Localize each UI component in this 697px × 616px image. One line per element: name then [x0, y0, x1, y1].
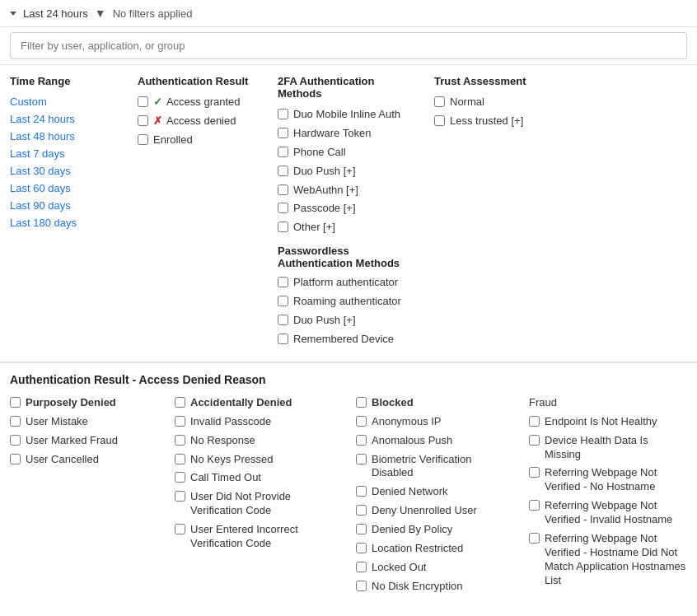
time-filter[interactable]: Last 24 hours [10, 7, 88, 20]
denied-columns: Purposely Denied User Mistake User Marke… [10, 396, 687, 599]
blocked-checkbox-5[interactable] [356, 524, 367, 534]
time-7d[interactable]: Last 7 days [10, 147, 118, 160]
twofa-checkbox-6[interactable] [278, 222, 288, 232]
accidentally-item-3: Call Timed Out [175, 471, 339, 485]
accidentally-header: Accidentally Denied [175, 396, 339, 408]
twofa-item-5: Passcode [+] [278, 202, 414, 216]
accidentally-checkbox-0[interactable] [175, 416, 185, 427]
blocked-checkbox-8[interactable] [356, 581, 367, 591]
blocked-checkbox-4[interactable] [356, 505, 367, 516]
purposely-item-2: User Cancelled [10, 453, 158, 467]
trust-checkbox-0[interactable] [434, 96, 445, 107]
purposely-col: Purposely Denied User Mistake User Marke… [10, 396, 175, 472]
last-col: Fraud Endpoint Is Not Healthy Device Hea… [529, 396, 687, 593]
accidentally-item-2: No Keys Pressed [175, 453, 339, 467]
twofa-item-4: WebAuthn [+] [278, 184, 414, 198]
twofa-item-2: Phone Call [278, 146, 414, 160]
time-30d[interactable]: Last 30 days [10, 165, 118, 177]
blocked-checkbox-1[interactable] [356, 435, 367, 446]
trust-section: Trust Assessment Normal Less trusted [+] [434, 75, 566, 352]
passwordless-title: Passwordless Authentication Methods [278, 245, 414, 269]
accidentally-item-0: Invalid Passcode [175, 415, 339, 429]
last-checkbox-4[interactable] [529, 533, 540, 544]
twofa-checkbox-0[interactable] [278, 109, 288, 119]
twofa-item-6: Other [+] [278, 221, 414, 235]
twofa-title: 2FA Authentication Methods [278, 75, 414, 100]
accidentally-col: Accidentally Denied Invalid Passcode No … [175, 396, 356, 556]
blocked-label: Blocked [372, 396, 414, 408]
purposely-header-checkbox[interactable] [10, 397, 21, 408]
pwdless-checkbox-3[interactable] [278, 334, 288, 344]
time-range-title: Time Range [10, 75, 118, 87]
last-item-3: Referring Webpage Not Verified - Invalid… [529, 499, 687, 527]
auth-denied-checkbox[interactable] [138, 115, 148, 126]
twofa-checkbox-1[interactable] [278, 128, 288, 138]
twofa-checkbox-2[interactable] [278, 147, 288, 157]
twofa-item-1: Hardware Token [278, 127, 414, 141]
accidentally-checkbox-1[interactable] [175, 435, 185, 446]
accidentally-item-5: User Entered Incorrect Verification Code [175, 523, 339, 551]
accidentally-item-4: User Did Not Provide Verification Code [175, 490, 339, 518]
blocked-checkbox-2[interactable] [356, 454, 367, 464]
accidentally-header-checkbox[interactable] [175, 397, 185, 408]
last-checkbox-3[interactable] [529, 500, 540, 511]
last-item-1: Device Health Data Is Missing [529, 434, 687, 462]
blocked-item-5: Denied By Policy [356, 523, 512, 537]
accidentally-checkbox-3[interactable] [175, 472, 185, 483]
blocked-item-1: Anomalous Push [356, 434, 512, 448]
auth-result-section: Authentication Result ✓ Access granted ✗… [138, 75, 278, 352]
trust-item-1: Less trusted [+] [434, 114, 546, 128]
denied-section: Authentication Result - Access Denied Re… [0, 362, 697, 609]
twofa-checkbox-4[interactable] [278, 184, 288, 195]
blocked-item-0: Anonymous IP [356, 415, 512, 429]
auth-granted-item: ✓ Access granted [138, 96, 258, 110]
trust-checkbox-1[interactable] [434, 115, 445, 126]
x-icon: ✗ [153, 114, 162, 127]
blocked-header-checkbox[interactable] [356, 397, 367, 408]
time-custom[interactable]: Custom [10, 96, 118, 108]
last-item-4: Referring Webpage Not Verified - Hostnam… [529, 532, 687, 588]
check-icon: ✓ [153, 96, 162, 108]
time-90d[interactable]: Last 90 days [10, 199, 118, 212]
pwdless-item-3: Remembered Device [278, 333, 414, 347]
blocked-checkbox-3[interactable] [356, 486, 367, 497]
blocked-item-6: Location Restricted [356, 542, 512, 556]
time-180d[interactable]: Last 180 days [10, 217, 118, 229]
blocked-col: Blocked Anonymous IP Anomalous Push Biom… [356, 396, 529, 599]
filters-container: Time Range Custom Last 24 hours Last 48 … [0, 65, 697, 362]
accidentally-item-1: No Response [175, 434, 339, 448]
last-checkbox-2[interactable] [529, 467, 540, 478]
purposely-header: Purposely Denied [10, 396, 158, 408]
last-checkbox-0[interactable] [529, 416, 540, 427]
search-input[interactable] [10, 32, 687, 59]
filter-status: No filters applied [113, 7, 193, 20]
accidentally-checkbox-4[interactable] [175, 491, 185, 502]
purposely-checkbox-0[interactable] [10, 416, 21, 427]
blocked-checkbox-6[interactable] [356, 543, 367, 553]
pwdless-checkbox-2[interactable] [278, 315, 288, 325]
time-48h[interactable]: Last 48 hours [10, 130, 118, 142]
last-checkbox-1[interactable] [529, 435, 540, 446]
purposely-checkbox-2[interactable] [10, 454, 21, 464]
auth-enrolled-item: Enrolled [138, 133, 258, 147]
auth-granted-checkbox[interactable] [138, 96, 148, 107]
search-bar [0, 27, 697, 65]
auth-enrolled-checkbox[interactable] [138, 134, 148, 145]
twofa-checkbox-3[interactable] [278, 166, 288, 176]
pwdless-checkbox-0[interactable] [278, 277, 288, 287]
time-60d[interactable]: Last 60 days [10, 182, 118, 194]
trust-item-0: Normal [434, 96, 546, 110]
blocked-checkbox-7[interactable] [356, 562, 367, 572]
filter-icon: ▼ [95, 7, 106, 20]
accidentally-checkbox-5[interactable] [175, 524, 185, 534]
pwdless-item-0: Platform authenticator [278, 276, 414, 290]
accidentally-checkbox-2[interactable] [175, 454, 185, 464]
last-item-0: Endpoint Is Not Healthy [529, 415, 687, 429]
blocked-checkbox-0[interactable] [356, 416, 367, 427]
time-24h[interactable]: Last 24 hours [10, 113, 118, 125]
auth-denied-label: ✗ Access denied [153, 114, 236, 128]
twofa-checkbox-5[interactable] [278, 203, 288, 213]
pwdless-checkbox-1[interactable] [278, 296, 288, 306]
time-range-section: Time Range Custom Last 24 hours Last 48 … [10, 75, 138, 352]
purposely-checkbox-1[interactable] [10, 435, 21, 446]
